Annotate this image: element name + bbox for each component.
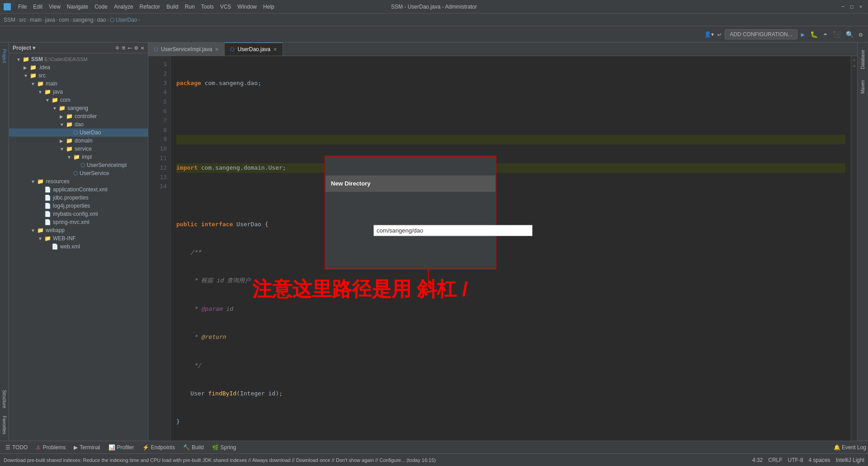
code-line-1: package com.sangeng.dao;	[176, 79, 845, 88]
code-container: 1 2 3 4 5 6 7 8 9 10 11 12 13 14 package…	[148, 56, 857, 441]
breadcrumb-userdao[interactable]: ⬡ UserDao	[110, 17, 137, 23]
tree-jdbc[interactable]: ▶ 📄 jdbc.properties	[9, 194, 148, 202]
menu-help[interactable]: Help	[260, 3, 277, 11]
tree-java[interactable]: ▼ 📁 java	[9, 88, 148, 96]
tree-idea[interactable]: ▶ 📁 .idea	[9, 63, 148, 71]
tree-webxml[interactable]: ▶ 📄 web.xml	[9, 243, 148, 251]
menu-run[interactable]: Run	[182, 3, 198, 11]
build-tab[interactable]: 🔨 Build	[179, 443, 208, 452]
tree-webapp[interactable]: ▼ 📁 webapp	[9, 226, 148, 234]
event-log-button[interactable]: 🔔 Event Log	[834, 444, 866, 451]
tree-userservice[interactable]: ▶ ⬡ UserService	[9, 169, 148, 177]
tree-webinf[interactable]: ▼ 📁 WEB-INF	[9, 234, 148, 243]
settings-icon[interactable]: ⚙	[134, 44, 138, 51]
tree-appcontext[interactable]: ▶ 📄 applicationContext.xml	[9, 185, 148, 194]
tree-log4j[interactable]: ▶ 📄 log4j.properties	[9, 202, 148, 210]
gutter-warnings: ⚠ ⚠	[851, 56, 857, 69]
tab-userdao[interactable]: ⬡ UserDao.java ✕	[225, 43, 283, 56]
profiler-label: Profiler	[117, 444, 134, 451]
tree-domain[interactable]: ▶ 📁 domain	[9, 137, 148, 145]
maximize-button[interactable]: □	[848, 3, 855, 10]
line-ending[interactable]: CRLF	[768, 457, 782, 463]
menu-refactor[interactable]: Refactor	[137, 3, 163, 11]
status-message: Download pre-built shared indexes: Reduc…	[4, 457, 749, 463]
menu-file[interactable]: File	[15, 3, 29, 11]
add-configuration-button[interactable]: ADD CONFIGURATION...	[725, 29, 797, 39]
menu-navigate[interactable]: Navigate	[64, 3, 91, 11]
code-editor[interactable]: package com.sangeng.dao; import com.sang…	[171, 56, 851, 441]
database-tab[interactable]: Database	[859, 46, 866, 73]
tree-controller[interactable]: ▶ 📁 controller	[9, 112, 148, 120]
close-sidebar-icon[interactable]: ✕	[141, 44, 144, 51]
cursor-position[interactable]: 4:32	[752, 457, 763, 463]
build-icon: 🔨	[183, 444, 190, 451]
tree-com[interactable]: ▼ 📁 com	[9, 96, 148, 104]
tree-main[interactable]: ▼ 📁 main	[9, 80, 148, 88]
tree-ssm[interactable]: ▼ 📁 SSM E:\Code\IDEA\SSM	[9, 55, 148, 63]
popup-input-container	[326, 211, 495, 250]
menu-view[interactable]: View	[46, 3, 63, 11]
profiler-tab[interactable]: 📊 Profiler	[105, 443, 138, 452]
code-line-11: */	[176, 361, 845, 371]
charset[interactable]: UTF-8	[788, 457, 803, 463]
back-icon[interactable]: ↩	[717, 31, 721, 38]
breadcrumb-main[interactable]: main	[30, 17, 42, 23]
close-button[interactable]: ✕	[857, 3, 864, 10]
settings-button[interactable]: ⚙	[857, 30, 864, 39]
breadcrumb-com[interactable]: com	[59, 17, 69, 23]
tree-mybatis[interactable]: ▶ 📄 mybatis-config.xml	[9, 210, 148, 218]
debug-button[interactable]: 🐛	[808, 30, 820, 39]
menu-build[interactable]: Build	[164, 3, 181, 11]
endpoints-tab[interactable]: ⚡ Endpoints	[139, 443, 179, 452]
menu-vcs[interactable]: VCS	[217, 3, 234, 11]
tree-src[interactable]: ▼ 📁 src	[9, 71, 148, 80]
popup-title: New Directory	[326, 176, 495, 192]
tree-sangeng[interactable]: ▼ 📁 sangeng	[9, 104, 148, 112]
minimize-button[interactable]: ─	[839, 3, 846, 10]
tree-impl[interactable]: ▼ 📁 impl	[9, 153, 148, 161]
terminal-tab[interactable]: ▶ Terminal	[70, 443, 104, 452]
structure-sidebar-tab[interactable]: Structure	[1, 387, 8, 411]
tree-service[interactable]: ▼ 📁 service	[9, 145, 148, 153]
spring-tab[interactable]: 🌿 Spring	[208, 443, 240, 452]
favorites-sidebar-tab[interactable]: Favorites	[1, 413, 8, 437]
todo-tab[interactable]: ☰ TODO	[2, 443, 31, 452]
profiler-icon: 📊	[108, 444, 115, 451]
expand-icon[interactable]: ⟵	[128, 44, 132, 51]
user-icon[interactable]: 👤▾	[704, 31, 714, 38]
breadcrumb-src[interactable]: src	[19, 17, 26, 23]
tree-dao[interactable]: ▼ 📁 dao	[9, 120, 148, 128]
tree-userserviceimpl[interactable]: ▶ ⬡ UserServiceImpl	[9, 161, 148, 169]
menu-analyze[interactable]: Analyze	[111, 3, 136, 11]
menu-edit[interactable]: Edit	[30, 3, 45, 11]
menu-window[interactable]: Window	[235, 3, 259, 11]
menu-tools[interactable]: Tools	[198, 3, 217, 11]
breadcrumb-dao[interactable]: dao	[97, 17, 106, 23]
new-directory-input[interactable]	[373, 225, 533, 236]
indent-setting[interactable]: 4 spaces	[809, 457, 830, 463]
tree-userdao[interactable]: ▶ ⬡ UserDao	[9, 128, 148, 137]
stop-button[interactable]: ⬛	[831, 30, 842, 39]
run-button[interactable]: ▶	[799, 30, 807, 39]
breadcrumb-java[interactable]: java	[45, 17, 55, 23]
tree-resources[interactable]: ▼ 📁 resources	[9, 177, 148, 185]
event-log-section: 🔔 Event Log	[834, 444, 866, 451]
project-sidebar-tab[interactable]: Project	[1, 46, 8, 66]
maven-tab[interactable]: Maven	[859, 76, 866, 97]
menu-code[interactable]: Code	[92, 3, 110, 11]
editor-tabs: ⬡ UserServiceImpl.java ✕ ⬡ UserDao.java …	[148, 43, 857, 56]
problems-tab[interactable]: ⚠ Problems	[32, 443, 69, 452]
chinese-annotation: 注意这里路径是用 斜杠 /	[252, 273, 468, 305]
ide-theme[interactable]: IntelliJ Light	[836, 457, 864, 463]
tab-userserviceimpl[interactable]: ⬡ UserServiceImpl.java ✕	[148, 43, 225, 56]
locate-icon[interactable]: ⊙	[116, 44, 119, 51]
spring-icon: 🌿	[212, 444, 219, 451]
search-button[interactable]: 🔍	[844, 30, 855, 39]
breadcrumb-ssm[interactable]: SSM	[4, 17, 15, 23]
tree-springmvc[interactable]: ▶ 📄 spring-mvc.xml	[9, 218, 148, 226]
breadcrumb-sangeng[interactable]: sangeng	[73, 17, 94, 23]
collapse-all-icon[interactable]: ≡	[122, 44, 126, 51]
close-tab-userdao[interactable]: ✕	[273, 47, 277, 52]
close-tab-userserviceimpl[interactable]: ✕	[215, 47, 219, 52]
coverage-button[interactable]: ☂	[821, 30, 829, 39]
